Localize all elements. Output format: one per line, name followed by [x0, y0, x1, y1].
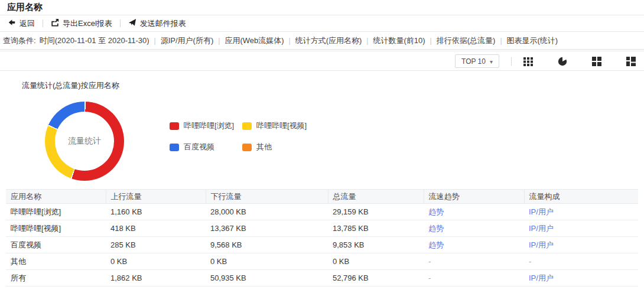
- table-row: 百度视频 285 KB 9,568 KB 9,853 KB 趋势 IP/用户: [6, 237, 638, 253]
- chart-title: 流量统计(总流量)按应用名称: [22, 80, 119, 91]
- trend-cell: -: [424, 270, 524, 287]
- col-header-upstream: 上行流量: [106, 190, 206, 204]
- table-header-row: 应用名称 上行流量 下行流量 总流量 流速趋势 流量构成: [6, 190, 638, 204]
- trend-link[interactable]: 趋势: [424, 237, 524, 253]
- action-toolbar: 返回 导出Excel报表 发送邮件报表: [0, 15, 644, 32]
- upstream-cell: 285 KB: [106, 237, 206, 253]
- col-header-trend: 流速趋势: [424, 190, 524, 204]
- view-switch-icons: [523, 57, 636, 66]
- query-condition-chart-display: 图表显示(统计): [507, 35, 558, 46]
- downstream-cell: 28,000 KB: [206, 204, 328, 220]
- mixed-view-icon[interactable]: [626, 57, 636, 66]
- col-header-app-name: 应用名称: [6, 190, 106, 204]
- legend-item-bilibili-video[interactable]: 哔哩哔哩[视频]: [242, 121, 307, 131]
- app-report-page: 应用名称 返回 导出Excel报表 发送邮件报表 查询条件: 时间(2020-1…: [0, 0, 644, 287]
- legend-label: 哔哩哔哩[视频]: [256, 121, 307, 131]
- total-cell: 52,796 KB: [328, 270, 424, 287]
- app-name-cell: 哔哩哔哩[视频]: [6, 220, 106, 237]
- export-excel-button[interactable]: 导出Excel报表: [51, 18, 112, 29]
- total-cell: 29,159 KB: [328, 204, 424, 220]
- legend-item-bilibili-browse[interactable]: 哔哩哔哩[浏览]: [170, 121, 242, 131]
- query-condition-time: 时间(2020-11-01 至 2020-11-30): [40, 35, 149, 46]
- legend-swatch-yellow: [242, 122, 252, 130]
- query-separator: [362, 36, 373, 45]
- total-cell: 13,785 KB: [328, 220, 424, 237]
- app-name-cell: 所有: [6, 270, 106, 287]
- downstream-cell: 0 KB: [206, 253, 328, 270]
- col-header-downstream: 下行流量: [206, 190, 328, 204]
- donut-center-label: 流量统计: [68, 136, 101, 147]
- legend-item-baidu-video[interactable]: 百度视频: [170, 142, 242, 152]
- table-row: 哔哩哔哩[浏览] 1,160 KB 28,000 KB 29,159 KB 趋势…: [6, 204, 638, 220]
- upstream-cell: 1,862 KB: [106, 270, 206, 287]
- send-label: 发送邮件报表: [140, 18, 186, 29]
- top-n-value: TOP 10: [461, 57, 486, 66]
- composition-link[interactable]: IP/用户: [524, 204, 638, 220]
- table-row: 所有 1,862 KB 50,935 KB 52,796 KB - IP/用户: [6, 270, 638, 287]
- grid-view-icon[interactable]: [592, 57, 601, 66]
- legend-label: 百度视频: [184, 142, 214, 152]
- app-name-cell: 其他: [6, 253, 106, 270]
- downstream-cell: 9,568 KB: [206, 237, 328, 253]
- table-view-icon[interactable]: [523, 57, 533, 66]
- back-button[interactable]: 返回: [8, 18, 35, 29]
- query-separator: [284, 36, 295, 45]
- composition-link[interactable]: IP/用户: [524, 237, 638, 253]
- donut-chart[interactable]: 流量统计: [45, 102, 124, 181]
- app-name-cell: 哔哩哔哩[浏览]: [6, 204, 106, 220]
- send-email-button[interactable]: 发送邮件报表: [128, 18, 186, 29]
- total-cell: 0 KB: [328, 253, 424, 270]
- page-header: 应用名称: [0, 0, 644, 15]
- viewbar-divider: [511, 57, 512, 66]
- query-condition-rank-basis: 排行依据(总流量): [437, 35, 496, 46]
- trend-link[interactable]: 趋势: [424, 204, 524, 220]
- export-label: 导出Excel报表: [63, 18, 112, 29]
- legend-swatch-red: [170, 122, 179, 130]
- legend-item-other[interactable]: 其他: [242, 142, 307, 152]
- chevron-down-icon: [490, 57, 493, 66]
- downstream-cell: 13,367 KB: [206, 220, 328, 237]
- total-cell: 9,853 KB: [328, 237, 424, 253]
- query-label: 查询条件:: [3, 35, 36, 46]
- query-separator: [495, 36, 506, 45]
- table-row: 其他 0 KB 0 KB 0 KB - -: [6, 253, 638, 270]
- query-separator: [425, 36, 437, 45]
- export-icon: [51, 18, 59, 28]
- composition-link[interactable]: IP/用户: [524, 220, 638, 237]
- trend-cell: -: [424, 253, 524, 270]
- toolbar-divider: [43, 19, 43, 27]
- col-header-composition: 流量构成: [524, 190, 638, 204]
- table-row: 哔哩哔哩[视频] 418 KB 13,367 KB 13,785 KB 趋势 I…: [6, 220, 638, 237]
- chart-legend: 哔哩哔哩[浏览] 哔哩哔哩[视频] 百度视频 其他: [170, 121, 307, 152]
- query-condition-count: 统计数量(前10): [373, 35, 425, 46]
- query-condition-app: 应用(Web流媒体): [225, 35, 284, 46]
- col-header-total: 总流量: [328, 190, 424, 204]
- back-label: 返回: [19, 18, 35, 29]
- legend-label: 哔哩哔哩[浏览]: [184, 121, 234, 131]
- traffic-table: 应用名称 上行流量 下行流量 总流量 流速趋势 流量构成 哔哩哔哩[浏览] 1,…: [6, 189, 638, 287]
- query-separator: [213, 36, 225, 45]
- composition-link[interactable]: IP/用户: [524, 270, 638, 287]
- upstream-cell: 0 KB: [106, 253, 206, 270]
- top-n-selector[interactable]: TOP 10: [455, 54, 499, 68]
- back-arrow-icon: [8, 18, 16, 28]
- upstream-cell: 1,160 KB: [106, 204, 206, 220]
- app-name-cell: 百度视频: [6, 237, 106, 253]
- legend-swatch-blue: [170, 144, 179, 151]
- legend-swatch-orange: [242, 144, 252, 151]
- chart-panel: 流量统计(总流量)按应用名称 流量统计 哔哩哔哩[浏览] 哔哩哔哩[视频] 百度…: [0, 71, 644, 189]
- query-condition-source: 源IP/用户(所有): [161, 35, 214, 46]
- query-separator: [149, 36, 161, 45]
- trend-link[interactable]: 趋势: [424, 220, 524, 237]
- legend-label: 其他: [256, 142, 272, 152]
- toolbar-divider: [120, 19, 121, 27]
- pie-view-icon[interactable]: [558, 57, 567, 66]
- page-title: 应用名称: [7, 2, 43, 13]
- view-toolbar: TOP 10: [0, 52, 644, 71]
- paper-plane-icon: [128, 18, 136, 28]
- upstream-cell: 418 KB: [106, 220, 206, 237]
- composition-cell: -: [524, 253, 638, 270]
- donut-hole: 流量统计: [55, 112, 114, 171]
- query-condition-stat-mode: 统计方式(应用名称): [295, 35, 362, 46]
- downstream-cell: 50,935 KB: [206, 270, 328, 287]
